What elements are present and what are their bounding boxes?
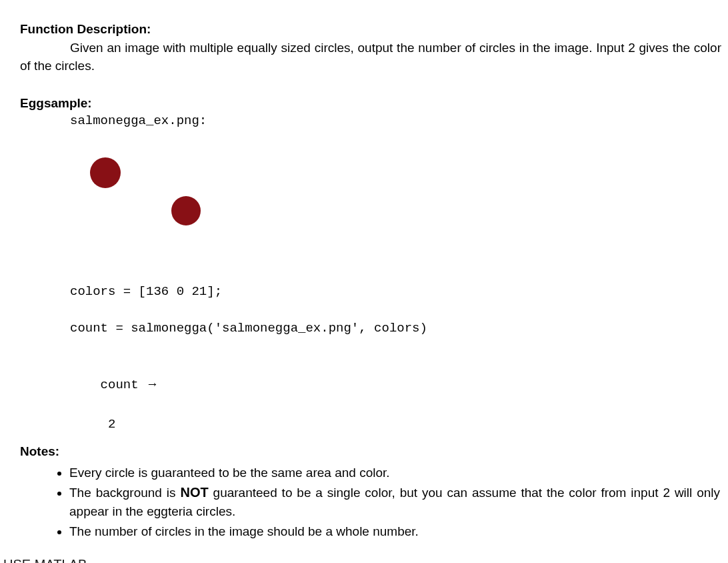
circle-icon — [171, 196, 201, 225]
result-label-line: count → — [70, 357, 721, 414]
example-image — [70, 144, 337, 271]
notes-heading: Notes: — [20, 442, 721, 461]
example-block: Eggsample: salmonegga_ex.png: colors = [… — [20, 94, 721, 434]
footer-instruction: USE MATLAB — [3, 555, 721, 563]
circle-icon — [90, 157, 121, 188]
function-description-block: Function Description:Given an image with… — [20, 20, 721, 75]
result-label: count — [101, 378, 146, 392]
bold-not: NOT — [180, 485, 208, 500]
function-description-heading: Function Description: — [20, 20, 721, 39]
example-filename: salmonegga_ex.png: — [70, 112, 721, 131]
notes-list: Every circle is guaranteed to be the sam… — [56, 464, 721, 541]
function-description-text: Given an image with multiple equally siz… — [20, 39, 721, 75]
note-item: The background is NOT guaranteed to be a… — [69, 483, 721, 521]
note-item: Every circle is guaranteed to be the sam… — [69, 464, 721, 482]
code-colors-line: colors = [136 0 21]; — [70, 283, 721, 302]
result-value-line: 2 — [70, 416, 721, 434]
example-heading: Eggsample: — [20, 94, 721, 113]
code-call-line: count = salmonegga('salmonegga_ex.png', … — [70, 320, 721, 338]
note-item: The number of circles in the image shoul… — [69, 522, 721, 541]
arrow-icon: → — [146, 377, 159, 391]
